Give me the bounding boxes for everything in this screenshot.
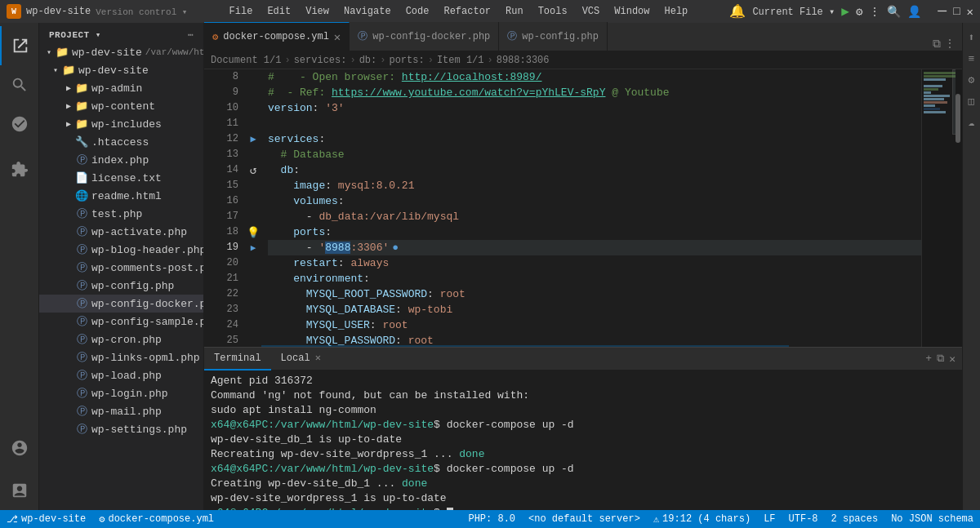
status-php[interactable]: PHP: 8.0 bbox=[461, 510, 522, 528]
tree-wp-links[interactable]: Ⓟ wp-links-opml.php bbox=[39, 348, 203, 366]
menu-window[interactable]: Window bbox=[608, 4, 656, 19]
tree-wp-content-label: wp-content bbox=[91, 100, 155, 113]
sidebar-title: Project ▾ bbox=[49, 29, 101, 40]
current-file-label[interactable]: Current File ▾ bbox=[752, 6, 835, 18]
sidebar-collapse-icon[interactable]: ⋯ bbox=[188, 29, 194, 40]
status-git-branch[interactable]: ⎇ wp-dev-site bbox=[0, 510, 92, 528]
tree-wp-mail[interactable]: Ⓟ wp-mail.php bbox=[39, 402, 203, 420]
debug-button[interactable]: ⚙ bbox=[856, 5, 862, 19]
status-position[interactable]: ⚠ 19:12 (4 chars) bbox=[647, 510, 757, 528]
run-button[interactable]: ▶ bbox=[841, 3, 849, 20]
gutter-14[interactable]: ↺ bbox=[245, 162, 261, 178]
more-options-icon[interactable]: ⋮ bbox=[869, 5, 880, 19]
breadcrumb-sep-4: › bbox=[428, 55, 434, 66]
terminal-line-9: wp-dev-site_wordpress_1 is up-to-date bbox=[211, 491, 956, 506]
gutter-9 bbox=[245, 85, 261, 100]
activity-explorer[interactable] bbox=[0, 26, 39, 65]
maximize-button[interactable]: □ bbox=[953, 5, 960, 18]
tab-wp-config-docker[interactable]: Ⓟ wp-config-docker.php bbox=[350, 22, 499, 51]
vcs-dropdown[interactable]: Version control ▾ bbox=[96, 7, 187, 17]
activity-settings[interactable] bbox=[0, 428, 39, 468]
tree-wp-blog-header[interactable]: Ⓟ wp-blog-header.php bbox=[39, 241, 203, 259]
terminal-add-icon[interactable]: + bbox=[925, 353, 932, 365]
terminal-tab-close-icon[interactable]: ✕ bbox=[315, 352, 321, 364]
tree-root[interactable]: ▾ 📁 wp-dev-site /var/www/html/wp-dev-sit… bbox=[39, 43, 203, 61]
activity-search[interactable] bbox=[0, 65, 39, 104]
key-db: db bbox=[281, 162, 294, 178]
gutter-12[interactable]: ▶ bbox=[245, 131, 261, 147]
tree-wp-includes[interactable]: ▶ 📁 wp-includes bbox=[39, 115, 203, 133]
gutter-18[interactable]: 💡 bbox=[245, 224, 261, 240]
status-eol[interactable]: LF bbox=[757, 510, 782, 528]
right-icon-2[interactable]: ≡ bbox=[964, 51, 980, 67]
search-icon[interactable]: 🔍 bbox=[887, 5, 901, 19]
tree-wp-config[interactable]: Ⓟ wp-config.php bbox=[39, 277, 203, 295]
sidebar: Project ▾ ⋯ ▾ 📁 wp-dev-site /var/www/htm… bbox=[39, 23, 204, 510]
terminal-close-icon[interactable]: ✕ bbox=[949, 353, 956, 366]
menu-run[interactable]: Run bbox=[499, 4, 530, 19]
terminal-tab-terminal[interactable]: Terminal bbox=[204, 348, 271, 370]
status-server[interactable]: <no default server> bbox=[522, 510, 647, 528]
activity-bottom2[interactable] bbox=[0, 471, 39, 510]
notifications-icon[interactable]: 🔔 bbox=[729, 3, 746, 20]
tree-wp-content[interactable]: ▶ 📁 wp-content bbox=[39, 97, 203, 115]
tree-readme[interactable]: 🌐 readme.html bbox=[39, 187, 203, 205]
account-icon[interactable]: 👤 bbox=[907, 5, 921, 19]
menu-tools[interactable]: Tools bbox=[532, 4, 574, 19]
project-name[interactable]: wp-dev-site bbox=[26, 6, 91, 17]
gutter-19[interactable]: ▶ bbox=[245, 240, 261, 255]
menu-view[interactable]: View bbox=[299, 4, 336, 19]
menu-vcs[interactable]: VCS bbox=[576, 4, 607, 19]
terminal-tab-local[interactable]: Local ✕ bbox=[271, 348, 331, 370]
right-icon-1[interactable]: ⬆ bbox=[964, 29, 980, 46]
tree-wp-load[interactable]: Ⓟ wp-load.php bbox=[39, 366, 203, 384]
tree-index-php[interactable]: Ⓟ index.php bbox=[39, 151, 203, 169]
right-icon-4[interactable]: ◫ bbox=[964, 93, 980, 109]
tree-wp-dev-site[interactable]: ▾ 📁 wp-dev-site bbox=[39, 61, 203, 79]
status-schema[interactable]: No JSON schema bbox=[884, 510, 980, 528]
breadcrumb-ports[interactable]: ports: bbox=[389, 55, 424, 66]
line-num-10: 10 bbox=[211, 100, 238, 116]
tree-wp-config-docker[interactable]: Ⓟ wp-config-docker.php bbox=[39, 295, 203, 313]
terminal-split-icon[interactable]: ⧉ bbox=[937, 353, 944, 365]
menu-edit[interactable]: Edit bbox=[261, 4, 297, 19]
breadcrumb-services[interactable]: services: bbox=[294, 55, 347, 66]
split-editor-icon[interactable]: ⧉ bbox=[933, 38, 941, 51]
tree-wp-activate[interactable]: Ⓟ wp-activate.php bbox=[39, 223, 203, 241]
activity-bar bbox=[0, 23, 39, 510]
editor-code[interactable]: # - Open browser: http://localhost:8989/… bbox=[261, 69, 921, 347]
right-icon-5[interactable]: ☁ bbox=[964, 114, 980, 131]
menu-code[interactable]: Code bbox=[399, 4, 436, 19]
menu-file[interactable]: File bbox=[223, 4, 260, 19]
menu-refactor[interactable]: Refactor bbox=[437, 4, 497, 19]
tabbar-more-icon[interactable]: ⋮ bbox=[944, 37, 956, 51]
tree-wp-config-sample[interactable]: Ⓟ wp-config-sample.php bbox=[39, 313, 203, 331]
file-icon-htaccess: 🔧 bbox=[75, 135, 88, 149]
status-indent[interactable]: 2 spaces bbox=[825, 510, 885, 528]
menu-help[interactable]: Help bbox=[658, 4, 695, 19]
activity-git[interactable] bbox=[0, 104, 39, 144]
right-icon-3[interactable]: ⚙ bbox=[964, 72, 980, 88]
tab-close-docker[interactable]: ✕ bbox=[334, 30, 341, 44]
tree-wp-settings[interactable]: Ⓟ wp-settings.php bbox=[39, 420, 203, 438]
tree-wp-admin[interactable]: ▶ 📁 wp-admin bbox=[39, 79, 203, 97]
tree-wp-cron[interactable]: Ⓟ wp-cron.php bbox=[39, 331, 203, 348]
minimap-line bbox=[924, 88, 938, 91]
tab-wp-config[interactable]: Ⓟ wp-config.php bbox=[499, 22, 608, 51]
minimap-scrollbar-thumb[interactable] bbox=[956, 94, 960, 143]
tab-docker-compose[interactable]: ⚙ docker-compose.yml ✕ bbox=[204, 22, 350, 51]
tree-wp-comments[interactable]: Ⓟ wp-comments-post.php bbox=[39, 259, 203, 277]
tree-wp-login[interactable]: Ⓟ wp-login.php bbox=[39, 384, 203, 402]
tree-test[interactable]: Ⓟ test.php bbox=[39, 205, 203, 223]
activity-extensions[interactable] bbox=[0, 150, 39, 189]
tree-license[interactable]: 📄 license.txt bbox=[39, 169, 203, 187]
status-encoding[interactable]: UTF-8 bbox=[782, 510, 825, 528]
menu-navigate[interactable]: Navigate bbox=[337, 4, 398, 19]
status-file-name[interactable]: ⚙ docker-compose.yml bbox=[92, 510, 220, 528]
key-services: services bbox=[268, 131, 318, 147]
close-button[interactable]: ✕ bbox=[967, 5, 973, 19]
minimize-button[interactable]: ─ bbox=[938, 3, 947, 20]
scroll-bar-h[interactable] bbox=[261, 345, 789, 347]
breadcrumb-db[interactable]: db: bbox=[359, 55, 377, 66]
tree-htaccess[interactable]: 🔧 .htaccess bbox=[39, 133, 203, 151]
